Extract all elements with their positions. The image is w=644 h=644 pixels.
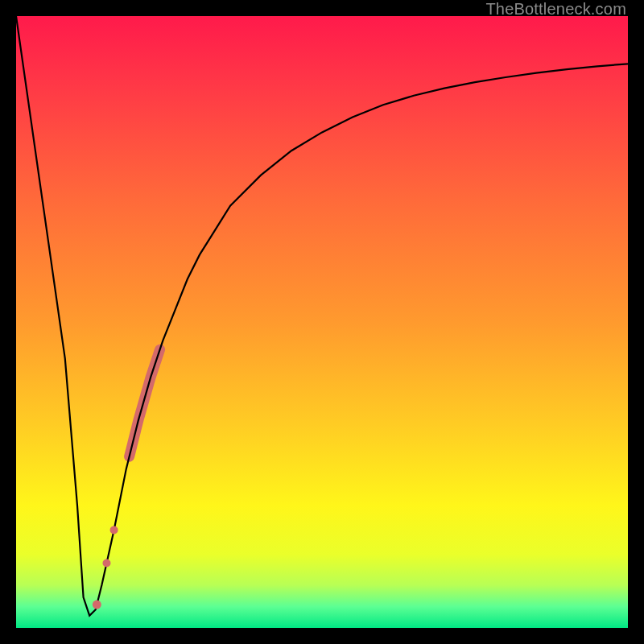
chart-svg bbox=[16, 16, 628, 628]
marker-dot1 bbox=[93, 601, 101, 609]
watermark-text: TheBottleneck.com bbox=[485, 0, 626, 19]
chart-plot-area bbox=[16, 16, 628, 628]
chart-background bbox=[16, 16, 628, 628]
marker-dot3 bbox=[110, 526, 118, 534]
marker-dot2 bbox=[102, 559, 110, 567]
chart-frame: TheBottleneck.com bbox=[0, 0, 644, 644]
